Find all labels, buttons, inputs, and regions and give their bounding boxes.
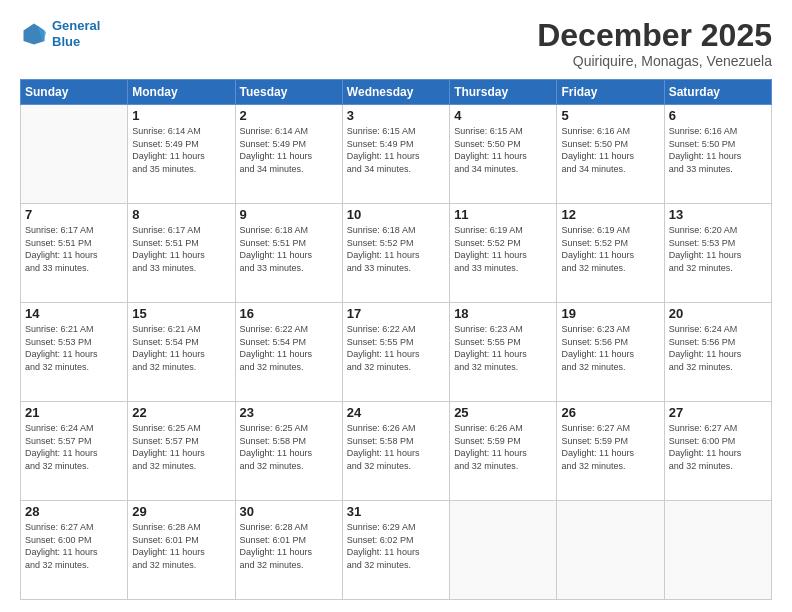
cell-day-number: 25 xyxy=(454,405,552,420)
calendar-cell: 23Sunrise: 6:25 AM Sunset: 5:58 PM Dayli… xyxy=(235,402,342,501)
cell-day-number: 2 xyxy=(240,108,338,123)
calendar-week-1: 1Sunrise: 6:14 AM Sunset: 5:49 PM Daylig… xyxy=(21,105,772,204)
calendar-cell xyxy=(557,501,664,600)
cell-info: Sunrise: 6:17 AM Sunset: 5:51 PM Dayligh… xyxy=(25,224,123,274)
cell-day-number: 4 xyxy=(454,108,552,123)
cell-day-number: 8 xyxy=(132,207,230,222)
calendar-cell: 1Sunrise: 6:14 AM Sunset: 5:49 PM Daylig… xyxy=(128,105,235,204)
cell-info: Sunrise: 6:17 AM Sunset: 5:51 PM Dayligh… xyxy=(132,224,230,274)
cell-info: Sunrise: 6:23 AM Sunset: 5:55 PM Dayligh… xyxy=(454,323,552,373)
calendar-cell: 6Sunrise: 6:16 AM Sunset: 5:50 PM Daylig… xyxy=(664,105,771,204)
cell-info: Sunrise: 6:26 AM Sunset: 5:58 PM Dayligh… xyxy=(347,422,445,472)
calendar-header-row: SundayMondayTuesdayWednesdayThursdayFrid… xyxy=(21,80,772,105)
calendar-table: SundayMondayTuesdayWednesdayThursdayFrid… xyxy=(20,79,772,600)
cell-info: Sunrise: 6:19 AM Sunset: 5:52 PM Dayligh… xyxy=(454,224,552,274)
calendar-cell: 26Sunrise: 6:27 AM Sunset: 5:59 PM Dayli… xyxy=(557,402,664,501)
title-block: December 2025 Quiriquire, Monagas, Venez… xyxy=(537,18,772,69)
weekday-header-monday: Monday xyxy=(128,80,235,105)
cell-day-number: 24 xyxy=(347,405,445,420)
cell-day-number: 3 xyxy=(347,108,445,123)
cell-day-number: 18 xyxy=(454,306,552,321)
cell-day-number: 26 xyxy=(561,405,659,420)
cell-day-number: 22 xyxy=(132,405,230,420)
calendar-cell: 15Sunrise: 6:21 AM Sunset: 5:54 PM Dayli… xyxy=(128,303,235,402)
cell-info: Sunrise: 6:22 AM Sunset: 5:55 PM Dayligh… xyxy=(347,323,445,373)
cell-day-number: 6 xyxy=(669,108,767,123)
calendar-cell xyxy=(450,501,557,600)
calendar-cell: 3Sunrise: 6:15 AM Sunset: 5:49 PM Daylig… xyxy=(342,105,449,204)
calendar-cell: 27Sunrise: 6:27 AM Sunset: 6:00 PM Dayli… xyxy=(664,402,771,501)
weekday-header-sunday: Sunday xyxy=(21,80,128,105)
weekday-header-saturday: Saturday xyxy=(664,80,771,105)
cell-info: Sunrise: 6:23 AM Sunset: 5:56 PM Dayligh… xyxy=(561,323,659,373)
calendar-cell: 22Sunrise: 6:25 AM Sunset: 5:57 PM Dayli… xyxy=(128,402,235,501)
calendar-cell: 16Sunrise: 6:22 AM Sunset: 5:54 PM Dayli… xyxy=(235,303,342,402)
cell-info: Sunrise: 6:28 AM Sunset: 6:01 PM Dayligh… xyxy=(240,521,338,571)
cell-day-number: 5 xyxy=(561,108,659,123)
cell-day-number: 21 xyxy=(25,405,123,420)
calendar-week-3: 14Sunrise: 6:21 AM Sunset: 5:53 PM Dayli… xyxy=(21,303,772,402)
cell-info: Sunrise: 6:21 AM Sunset: 5:54 PM Dayligh… xyxy=(132,323,230,373)
calendar-cell xyxy=(664,501,771,600)
cell-day-number: 13 xyxy=(669,207,767,222)
cell-info: Sunrise: 6:25 AM Sunset: 5:58 PM Dayligh… xyxy=(240,422,338,472)
cell-day-number: 11 xyxy=(454,207,552,222)
cell-day-number: 23 xyxy=(240,405,338,420)
month-title: December 2025 xyxy=(537,18,772,53)
cell-info: Sunrise: 6:27 AM Sunset: 6:00 PM Dayligh… xyxy=(25,521,123,571)
calendar-cell: 7Sunrise: 6:17 AM Sunset: 5:51 PM Daylig… xyxy=(21,204,128,303)
cell-info: Sunrise: 6:24 AM Sunset: 5:56 PM Dayligh… xyxy=(669,323,767,373)
calendar-week-4: 21Sunrise: 6:24 AM Sunset: 5:57 PM Dayli… xyxy=(21,402,772,501)
calendar-cell: 8Sunrise: 6:17 AM Sunset: 5:51 PM Daylig… xyxy=(128,204,235,303)
calendar-cell: 17Sunrise: 6:22 AM Sunset: 5:55 PM Dayli… xyxy=(342,303,449,402)
calendar-cell: 28Sunrise: 6:27 AM Sunset: 6:00 PM Dayli… xyxy=(21,501,128,600)
cell-day-number: 17 xyxy=(347,306,445,321)
calendar-body: 1Sunrise: 6:14 AM Sunset: 5:49 PM Daylig… xyxy=(21,105,772,600)
cell-day-number: 12 xyxy=(561,207,659,222)
calendar-cell xyxy=(21,105,128,204)
weekday-header-friday: Friday xyxy=(557,80,664,105)
cell-day-number: 10 xyxy=(347,207,445,222)
cell-info: Sunrise: 6:28 AM Sunset: 6:01 PM Dayligh… xyxy=(132,521,230,571)
cell-info: Sunrise: 6:18 AM Sunset: 5:52 PM Dayligh… xyxy=(347,224,445,274)
calendar-cell: 29Sunrise: 6:28 AM Sunset: 6:01 PM Dayli… xyxy=(128,501,235,600)
weekday-header-tuesday: Tuesday xyxy=(235,80,342,105)
cell-info: Sunrise: 6:25 AM Sunset: 5:57 PM Dayligh… xyxy=(132,422,230,472)
calendar-cell: 5Sunrise: 6:16 AM Sunset: 5:50 PM Daylig… xyxy=(557,105,664,204)
cell-info: Sunrise: 6:21 AM Sunset: 5:53 PM Dayligh… xyxy=(25,323,123,373)
calendar-cell: 2Sunrise: 6:14 AM Sunset: 5:49 PM Daylig… xyxy=(235,105,342,204)
weekday-header-thursday: Thursday xyxy=(450,80,557,105)
cell-day-number: 27 xyxy=(669,405,767,420)
calendar-cell: 13Sunrise: 6:20 AM Sunset: 5:53 PM Dayli… xyxy=(664,204,771,303)
calendar-cell: 20Sunrise: 6:24 AM Sunset: 5:56 PM Dayli… xyxy=(664,303,771,402)
calendar-cell: 25Sunrise: 6:26 AM Sunset: 5:59 PM Dayli… xyxy=(450,402,557,501)
cell-day-number: 19 xyxy=(561,306,659,321)
header: General Blue December 2025 Quiriquire, M… xyxy=(20,18,772,69)
calendar-cell: 30Sunrise: 6:28 AM Sunset: 6:01 PM Dayli… xyxy=(235,501,342,600)
calendar-cell: 31Sunrise: 6:29 AM Sunset: 6:02 PM Dayli… xyxy=(342,501,449,600)
cell-info: Sunrise: 6:27 AM Sunset: 5:59 PM Dayligh… xyxy=(561,422,659,472)
cell-day-number: 30 xyxy=(240,504,338,519)
cell-info: Sunrise: 6:20 AM Sunset: 5:53 PM Dayligh… xyxy=(669,224,767,274)
calendar-cell: 14Sunrise: 6:21 AM Sunset: 5:53 PM Dayli… xyxy=(21,303,128,402)
weekday-header-wednesday: Wednesday xyxy=(342,80,449,105)
cell-info: Sunrise: 6:18 AM Sunset: 5:51 PM Dayligh… xyxy=(240,224,338,274)
cell-info: Sunrise: 6:14 AM Sunset: 5:49 PM Dayligh… xyxy=(132,125,230,175)
cell-info: Sunrise: 6:26 AM Sunset: 5:59 PM Dayligh… xyxy=(454,422,552,472)
calendar-cell: 11Sunrise: 6:19 AM Sunset: 5:52 PM Dayli… xyxy=(450,204,557,303)
cell-day-number: 20 xyxy=(669,306,767,321)
calendar-cell: 24Sunrise: 6:26 AM Sunset: 5:58 PM Dayli… xyxy=(342,402,449,501)
calendar-cell: 18Sunrise: 6:23 AM Sunset: 5:55 PM Dayli… xyxy=(450,303,557,402)
cell-info: Sunrise: 6:16 AM Sunset: 5:50 PM Dayligh… xyxy=(561,125,659,175)
calendar-cell: 12Sunrise: 6:19 AM Sunset: 5:52 PM Dayli… xyxy=(557,204,664,303)
cell-day-number: 1 xyxy=(132,108,230,123)
logo-icon xyxy=(20,20,48,48)
calendar-cell: 21Sunrise: 6:24 AM Sunset: 5:57 PM Dayli… xyxy=(21,402,128,501)
cell-info: Sunrise: 6:15 AM Sunset: 5:50 PM Dayligh… xyxy=(454,125,552,175)
cell-day-number: 15 xyxy=(132,306,230,321)
cell-day-number: 29 xyxy=(132,504,230,519)
cell-info: Sunrise: 6:19 AM Sunset: 5:52 PM Dayligh… xyxy=(561,224,659,274)
cell-info: Sunrise: 6:14 AM Sunset: 5:49 PM Dayligh… xyxy=(240,125,338,175)
logo: General Blue xyxy=(20,18,100,49)
cell-day-number: 31 xyxy=(347,504,445,519)
